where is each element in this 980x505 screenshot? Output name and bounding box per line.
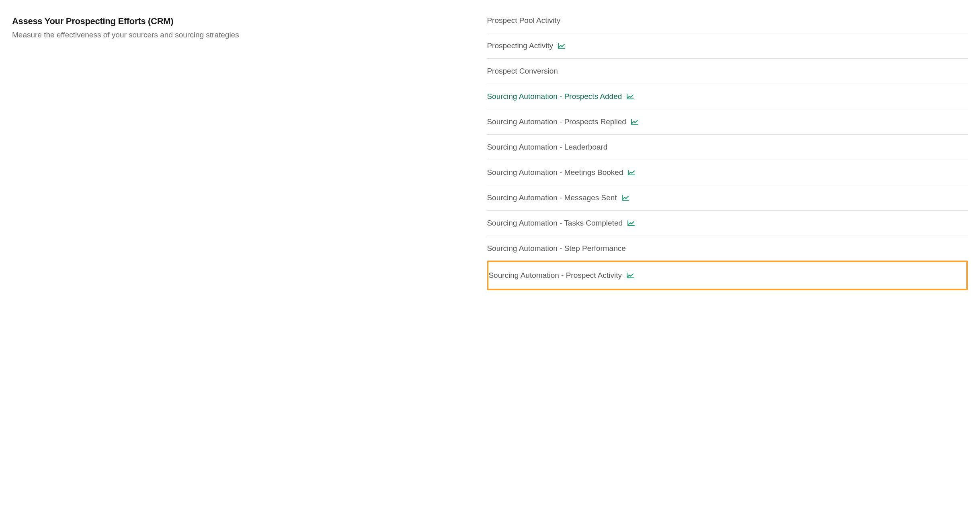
report-label: Prospect Pool Activity: [487, 16, 560, 25]
report-label: Sourcing Automation - Prospects Added: [487, 92, 622, 101]
chart-icon: [622, 195, 629, 201]
report-label: Sourcing Automation - Tasks Completed: [487, 219, 623, 228]
chart-icon: [627, 94, 634, 99]
report-item[interactable]: Prospect Conversion: [487, 59, 968, 84]
report-label: Sourcing Automation - Leaderboard: [487, 143, 607, 152]
report-item[interactable]: Sourcing Automation - Step Performance: [487, 236, 968, 261]
chart-icon: [628, 170, 635, 175]
report-item[interactable]: Sourcing Automation - Meetings Booked: [487, 160, 968, 185]
section-header: Assess Your Prospecting Efforts (CRM) Me…: [12, 16, 471, 290]
chart-icon: [627, 220, 635, 226]
chart-icon: [631, 119, 638, 125]
report-label: Sourcing Automation - Step Performance: [487, 244, 625, 253]
report-label: Sourcing Automation - Meetings Booked: [487, 168, 623, 177]
report-label: Prospect Conversion: [487, 67, 558, 76]
report-list-container: Prospect Pool ActivityProspecting Activi…: [487, 16, 968, 290]
highlighted-report: Sourcing Automation - Prospect Activity: [487, 261, 968, 290]
report-item[interactable]: Sourcing Automation - Prospects Added: [487, 84, 968, 109]
report-label: Sourcing Automation - Messages Sent: [487, 193, 617, 202]
report-item[interactable]: Sourcing Automation - Messages Sent: [487, 185, 968, 211]
report-label: Prospecting Activity: [487, 41, 553, 50]
report-list: Prospect Pool ActivityProspecting Activi…: [487, 16, 968, 290]
report-item[interactable]: Prospecting Activity: [487, 33, 968, 59]
report-item[interactable]: Sourcing Automation - Prospect Activity: [488, 262, 966, 289]
section-title: Assess Your Prospecting Efforts (CRM): [12, 16, 471, 27]
report-item[interactable]: Sourcing Automation - Leaderboard: [487, 135, 968, 160]
report-label: Sourcing Automation - Prospect Activity: [488, 271, 622, 280]
section-subtitle: Measure the effectiveness of your source…: [12, 31, 471, 39]
chart-icon: [558, 43, 565, 49]
report-item[interactable]: Prospect Pool Activity: [487, 16, 968, 33]
report-label: Sourcing Automation - Prospects Replied: [487, 117, 626, 126]
report-item[interactable]: Sourcing Automation - Tasks Completed: [487, 211, 968, 236]
report-item[interactable]: Sourcing Automation - Prospects Replied: [487, 109, 968, 135]
chart-icon: [627, 273, 634, 278]
